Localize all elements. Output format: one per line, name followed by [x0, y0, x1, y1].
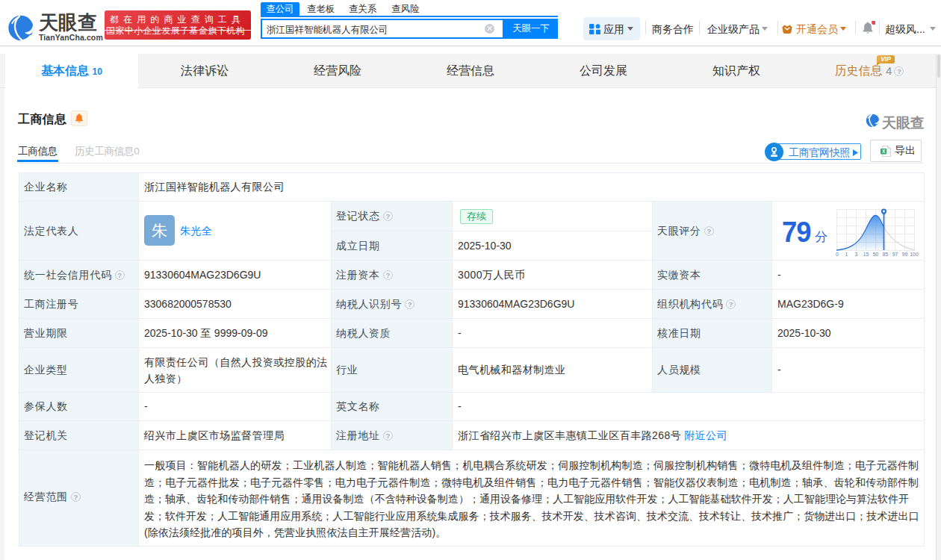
svg-text:15: 15: [863, 252, 869, 257]
svg-text:3: 3: [855, 252, 858, 257]
svg-text:99: 99: [902, 252, 908, 257]
svg-text:0: 0: [836, 252, 839, 257]
svg-text:50: 50: [873, 252, 879, 257]
svg-text:100: 100: [910, 252, 919, 257]
svg-text:X: X: [882, 149, 886, 154]
svg-text:1: 1: [845, 252, 848, 257]
svg-text:85: 85: [883, 252, 889, 257]
svg-text:97: 97: [892, 252, 898, 257]
